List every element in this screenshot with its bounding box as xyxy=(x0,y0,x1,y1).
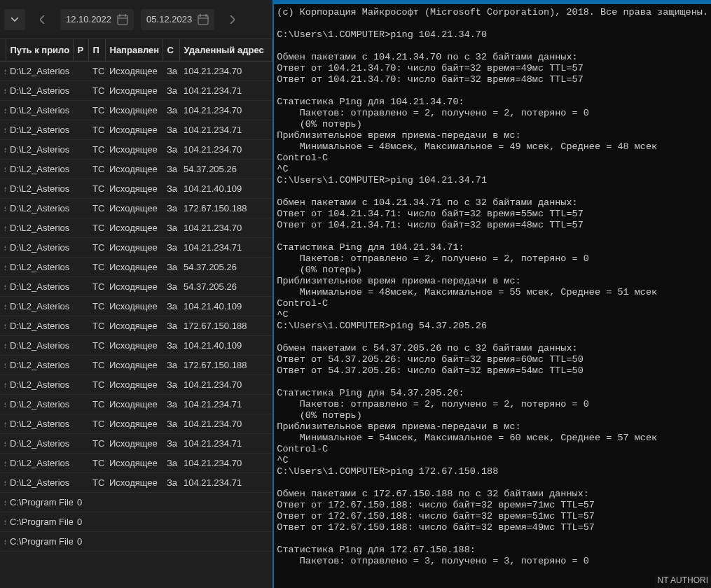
table-row[interactable]: D:\L2_AsteriosTCИсходящееЗа104.21.40.109 xyxy=(0,179,272,199)
cell-remote: 104.21.234.71 xyxy=(179,473,272,493)
cell-p xyxy=(73,101,88,120)
cell-c: За xyxy=(163,473,179,493)
cell-pp: TC xyxy=(88,258,105,277)
terminal-line: (0% потерь) xyxy=(277,410,708,421)
col-pp[interactable]: П xyxy=(88,39,105,62)
terminal-line: Статистика Ping для 104.21.34.70: xyxy=(277,97,708,108)
terminal-line: C:\Users\1.COMPUTER>ping 104.21.34.70 xyxy=(277,29,708,41)
col-direction[interactable]: Направлен xyxy=(105,39,163,62)
cell-remote: 172.67.150.188 xyxy=(179,199,272,218)
date-to-field[interactable]: 05.12.2023 xyxy=(141,9,214,30)
col-gutter[interactable] xyxy=(0,39,6,62)
cell-path: D:\L2_Asterios xyxy=(6,356,73,375)
cell-pp xyxy=(88,532,105,552)
table-row[interactable]: D:\L2_AsteriosTCИсходящееЗа104.21.234.70 xyxy=(0,140,272,160)
cell-remote: 104.21.234.70 xyxy=(179,62,272,81)
cell-path: D:\L2_Asterios xyxy=(6,395,73,414)
col-c[interactable]: С xyxy=(163,39,179,62)
cell-path: D:\L2_Asterios xyxy=(6,238,73,258)
table-row[interactable]: D:\L2_AsteriosTCИсходящееЗа54.37.205.26 xyxy=(0,277,272,297)
cell-p xyxy=(73,199,88,218)
cell-gutter xyxy=(0,120,6,140)
table-row[interactable]: C:\Program File0 xyxy=(0,493,272,512)
table-row[interactable]: D:\L2_AsteriosTCИсходящееЗа172.67.150.18… xyxy=(0,356,272,375)
terminal-line: (c) Корпорация Майкрософт (Microsoft Cor… xyxy=(277,7,708,18)
terminal-line xyxy=(277,85,708,97)
cell-c: За xyxy=(163,140,179,160)
cell-dir: Исходящее xyxy=(105,62,163,81)
col-remote[interactable]: Удаленный адрес xyxy=(179,39,272,62)
cell-p xyxy=(73,140,88,160)
cell-gutter xyxy=(0,375,6,395)
cell-path: D:\L2_Asterios xyxy=(6,81,73,101)
cell-c: За xyxy=(163,414,179,434)
table-row[interactable]: D:\L2_AsteriosTCИсходящееЗа104.21.234.71 xyxy=(0,473,272,493)
prev-button[interactable] xyxy=(32,9,53,30)
cell-p xyxy=(73,454,88,473)
table-row[interactable]: C:\Program File0 xyxy=(0,512,272,532)
cell-gutter xyxy=(0,414,6,434)
table-row[interactable]: D:\L2_AsteriosTCИсходящееЗа104.21.234.70 xyxy=(0,375,272,395)
table-row[interactable]: D:\L2_AsteriosTCИсходящееЗа104.21.234.70 xyxy=(0,454,272,473)
table-row[interactable]: D:\L2_AsteriosTCИсходящееЗа104.21.234.70 xyxy=(0,414,272,434)
toolbar: 12.10.2022 05.12.2023 xyxy=(0,0,272,39)
cell-dir: Исходящее xyxy=(105,297,163,316)
terminal-pane: (c) Корпорация Майкрософт (Microsoft Cor… xyxy=(272,0,711,588)
table-row[interactable]: D:\L2_AsteriosTCИсходящееЗа104.21.234.70 xyxy=(0,218,272,238)
cell-pp: TC xyxy=(88,434,105,454)
terminal-line: Минимальное = 48мсек, Максимальное = 55 … xyxy=(277,287,708,298)
table-row[interactable]: D:\L2_AsteriosTCИсходящееЗа104.21.40.109 xyxy=(0,336,272,356)
cell-gutter xyxy=(0,493,6,512)
cell-pp: TC xyxy=(88,473,105,493)
table-row[interactable]: D:\L2_AsteriosTCИсходящееЗа104.21.234.70 xyxy=(0,101,272,120)
terminal-line: Минимальное = 54мсек, Максимальное = 60 … xyxy=(277,433,708,444)
cell-gutter xyxy=(0,395,6,414)
cell-path: D:\L2_Asterios xyxy=(6,473,73,493)
cell-c: За xyxy=(163,238,179,258)
cell-remote: 104.21.40.109 xyxy=(179,179,272,199)
cell-path: C:\Program File xyxy=(6,512,73,532)
col-p[interactable]: Р xyxy=(73,39,88,62)
cell-remote: 104.21.234.71 xyxy=(179,81,272,101)
cell-p: 0 xyxy=(73,512,88,532)
cell-gutter xyxy=(0,140,6,160)
table-row[interactable]: D:\L2_AsteriosTCИсходящееЗа104.21.40.109 xyxy=(0,297,272,316)
dropdown-button[interactable] xyxy=(4,9,25,30)
date-from-value: 12.10.2022 xyxy=(66,14,111,24)
cell-p xyxy=(73,238,88,258)
terminal-line: C:\Users\1.COMPUTER>ping 104.21.34.71 xyxy=(277,175,708,186)
table-row[interactable]: D:\L2_AsteriosTCИсходящееЗа54.37.205.26 xyxy=(0,258,272,277)
log-table-wrap[interactable]: Путь к прило Р П Направлен С Удаленный а… xyxy=(0,39,272,588)
cell-p xyxy=(73,160,88,179)
cell-gutter xyxy=(0,512,6,532)
next-button[interactable] xyxy=(221,9,242,30)
table-row[interactable]: D:\L2_AsteriosTCИсходящееЗа104.21.234.70 xyxy=(0,62,272,81)
table-row[interactable]: D:\L2_AsteriosTCИсходящееЗа54.37.205.26 xyxy=(0,160,272,179)
cell-dir xyxy=(105,532,163,552)
terminal-line: Приблизительное время приема-передачи в … xyxy=(277,130,708,141)
table-row[interactable]: D:\L2_AsteriosTCИсходящееЗа104.21.234.71 xyxy=(0,434,272,454)
cell-p xyxy=(73,375,88,395)
table-row[interactable]: D:\L2_AsteriosTCИсходящееЗа104.21.234.71 xyxy=(0,395,272,414)
cell-dir: Исходящее xyxy=(105,238,163,258)
date-from-field[interactable]: 12.10.2022 xyxy=(60,9,134,30)
col-path[interactable]: Путь к прило xyxy=(6,39,73,62)
table-row[interactable]: D:\L2_AsteriosTCИсходящееЗа104.21.234.71 xyxy=(0,238,272,258)
cell-gutter xyxy=(0,62,6,81)
terminal-line: Статистика Ping для 54.37.205.26: xyxy=(277,388,708,399)
table-row[interactable]: D:\L2_AsteriosTCИсходящееЗа104.21.234.71 xyxy=(0,120,272,140)
calendar-icon xyxy=(117,14,128,25)
terminal-output[interactable]: (c) Корпорация Майкрософт (Microsoft Cor… xyxy=(274,4,711,588)
terminal-line: Обмен пакетами с 104.21.34.71 по с 32 ба… xyxy=(277,197,708,209)
terminal-line: (0% потерь) xyxy=(277,119,708,130)
terminal-line: Ответ от 54.37.205.26: число байт=32 вре… xyxy=(277,354,708,365)
terminal-line: C:\Users\1.COMPUTER>ping 172.67.150.188 xyxy=(277,466,708,477)
terminal-line: Пакетов: отправлено = 2, получено = 2, п… xyxy=(277,399,708,410)
cell-p xyxy=(73,473,88,493)
table-row[interactable]: D:\L2_AsteriosTCИсходящееЗа104.21.234.71 xyxy=(0,81,272,101)
cell-c xyxy=(163,493,179,512)
cell-path: D:\L2_Asterios xyxy=(6,258,73,277)
table-row[interactable]: C:\Program File0 xyxy=(0,532,272,552)
table-row[interactable]: D:\L2_AsteriosTCИсходящееЗа172.67.150.18… xyxy=(0,199,272,218)
table-row[interactable]: D:\L2_AsteriosTCИсходящееЗа172.67.150.18… xyxy=(0,316,272,336)
